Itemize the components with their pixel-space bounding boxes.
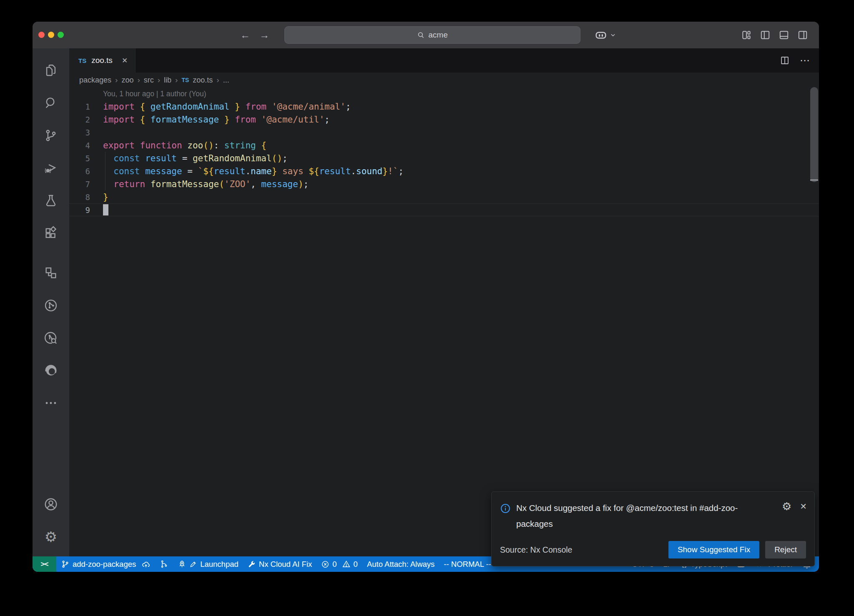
split-editor-icon[interactable] bbox=[780, 55, 790, 65]
chevron-right-icon: › bbox=[137, 75, 140, 85]
settings-gear-icon[interactable]: ⚙ bbox=[33, 521, 69, 553]
title-bar[interactable]: ← → acme bbox=[33, 22, 819, 48]
editor-area: TS zoo.ts ✕ ⋯ packages › zoo › src › bbox=[69, 48, 819, 556]
indent-guide bbox=[105, 152, 105, 190]
notification-settings-icon[interactable]: ⚙ bbox=[782, 501, 791, 512]
chevron-down-icon bbox=[610, 32, 616, 38]
code-line[interactable]: 7 return formatMessage('ZOO', message); bbox=[69, 178, 819, 190]
remote-indicator[interactable]: >< bbox=[33, 556, 56, 572]
traffic-lights bbox=[38, 32, 64, 38]
line-number: 1 bbox=[69, 102, 90, 111]
show-suggested-fix-button[interactable]: Show Suggested Fix bbox=[668, 541, 759, 558]
source-control-icon[interactable] bbox=[33, 119, 69, 152]
nx-cloud-icon[interactable] bbox=[33, 289, 69, 322]
breadcrumb-file[interactable]: zoo.ts bbox=[193, 76, 213, 85]
errors-count: 0 bbox=[332, 560, 337, 569]
forward-icon[interactable]: → bbox=[259, 29, 269, 41]
wrench-icon bbox=[248, 560, 256, 568]
notification-toast: Nx Cloud suggested a fix for @acme/zoo:t… bbox=[491, 491, 815, 566]
cloud-upload-icon bbox=[141, 560, 151, 569]
command-center-search[interactable]: acme bbox=[284, 26, 580, 44]
nx-cloud-search-icon[interactable] bbox=[33, 322, 69, 354]
search-view-icon[interactable] bbox=[33, 87, 69, 119]
back-icon[interactable]: ← bbox=[240, 29, 250, 41]
auto-attach-item[interactable]: Auto Attach: Always bbox=[362, 556, 439, 572]
tab-label: zoo.ts bbox=[91, 56, 113, 65]
more-views-icon[interactable] bbox=[33, 387, 69, 419]
code-line[interactable]: 9 bbox=[69, 203, 819, 216]
nx-cloud-fix-item[interactable]: Nx Cloud AI Fix bbox=[243, 556, 317, 572]
zoom-window-button[interactable] bbox=[58, 32, 64, 38]
line-number: 8 bbox=[69, 193, 90, 202]
vscode-window: ← → acme bbox=[33, 22, 819, 572]
notification-source: Source: Nx Console bbox=[500, 545, 572, 555]
explorer-icon[interactable] bbox=[33, 54, 69, 87]
code-line[interactable]: 1import { getRandomAnimal } from '@acme/… bbox=[69, 100, 819, 113]
editor-more-actions-icon[interactable]: ⋯ bbox=[800, 55, 811, 66]
code-line[interactable]: 8} bbox=[69, 190, 819, 203]
chevron-right-icon: › bbox=[175, 75, 178, 85]
breadcrumb-item[interactable]: src bbox=[144, 76, 154, 85]
chevron-right-icon: › bbox=[216, 75, 219, 85]
vim-mode-item[interactable]: -- NORMAL -- bbox=[439, 556, 495, 572]
block-cursor bbox=[103, 204, 108, 215]
warnings-count: 0 bbox=[354, 560, 358, 569]
close-tab-icon[interactable]: ✕ bbox=[122, 56, 128, 65]
nx-console-icon[interactable] bbox=[33, 257, 69, 289]
code-line[interactable]: 2import { formatMessage } from '@acme/ut… bbox=[69, 113, 819, 126]
toggle-panel-icon[interactable] bbox=[779, 30, 789, 40]
chevron-right-icon: › bbox=[158, 75, 160, 85]
git-branch-item[interactable]: add-zoo-packages bbox=[56, 556, 155, 572]
breadcrumb-overflow[interactable]: ... bbox=[223, 76, 229, 85]
code-line[interactable]: 3 bbox=[69, 126, 819, 139]
nx-cloud-fix-label: Nx Cloud AI Fix bbox=[259, 560, 312, 569]
breadcrumb: packages › zoo › src › lib › TS zoo.ts ›… bbox=[69, 73, 819, 88]
typescript-file-icon: TS bbox=[78, 57, 86, 64]
extensions-icon[interactable] bbox=[33, 217, 69, 249]
scrollbar-cursor-marker bbox=[810, 179, 818, 181]
tab-bar: TS zoo.ts ✕ ⋯ bbox=[69, 48, 819, 73]
workbench: ⚙ TS zoo.ts ✕ ⋯ packages › bbox=[33, 48, 819, 556]
code-line[interactable]: 4export function zoo(): string { bbox=[69, 139, 819, 152]
line-number: 9 bbox=[69, 205, 90, 215]
line-number: 3 bbox=[69, 128, 90, 137]
copilot-menu[interactable] bbox=[595, 22, 616, 48]
close-window-button[interactable] bbox=[38, 32, 45, 38]
toggle-primary-sidebar-icon[interactable] bbox=[760, 30, 771, 40]
customize-layout-icon[interactable] bbox=[741, 30, 752, 40]
line-number: 4 bbox=[69, 141, 90, 150]
edge-browser-icon[interactable] bbox=[33, 354, 69, 387]
line-number: 5 bbox=[69, 154, 90, 163]
code-editor[interactable]: You, 1 hour ago | 1 author (You) 1import… bbox=[69, 88, 819, 556]
testing-icon[interactable] bbox=[33, 184, 69, 217]
notification-close-icon[interactable]: ✕ bbox=[800, 501, 807, 511]
remote-icon: >< bbox=[41, 560, 48, 568]
rocket-icon bbox=[178, 560, 186, 568]
toggle-secondary-sidebar-icon[interactable] bbox=[797, 30, 808, 40]
run-debug-icon[interactable] bbox=[33, 152, 69, 184]
search-icon bbox=[417, 31, 425, 39]
line-number: 7 bbox=[69, 180, 90, 189]
pencil-icon bbox=[189, 560, 197, 568]
reject-button[interactable]: Reject bbox=[765, 541, 806, 558]
breadcrumb-item[interactable]: lib bbox=[164, 76, 171, 85]
launchpad-item[interactable]: Launchpad bbox=[173, 556, 243, 572]
breadcrumb-item[interactable]: zoo bbox=[121, 76, 133, 85]
notification-message: Nx Cloud suggested a fix for @acme/zoo:t… bbox=[516, 500, 766, 532]
commit-graph-item[interactable] bbox=[155, 556, 173, 572]
problems-item[interactable]: 0 0 bbox=[316, 556, 362, 572]
accounts-icon[interactable] bbox=[33, 488, 69, 521]
breadcrumb-item[interactable]: packages bbox=[79, 76, 111, 85]
branch-name: add-zoo-packages bbox=[73, 560, 136, 569]
chevron-right-icon: › bbox=[115, 75, 118, 85]
code-line[interactable]: 5 const result = getRandomAnimal(); bbox=[69, 152, 819, 165]
warnings-icon bbox=[342, 560, 351, 568]
code-line[interactable]: 6 const message = `${result.name} says $… bbox=[69, 165, 819, 178]
launchpad-label: Launchpad bbox=[200, 560, 239, 569]
code-lines: 1import { getRandomAnimal } from '@acme/… bbox=[69, 100, 819, 216]
tab-zoo-ts[interactable]: TS zoo.ts ✕ bbox=[69, 48, 136, 73]
copilot-icon bbox=[595, 29, 607, 41]
editor-scrollbar[interactable] bbox=[810, 87, 818, 182]
git-branch-icon bbox=[61, 560, 70, 568]
minimize-window-button[interactable] bbox=[48, 32, 54, 38]
